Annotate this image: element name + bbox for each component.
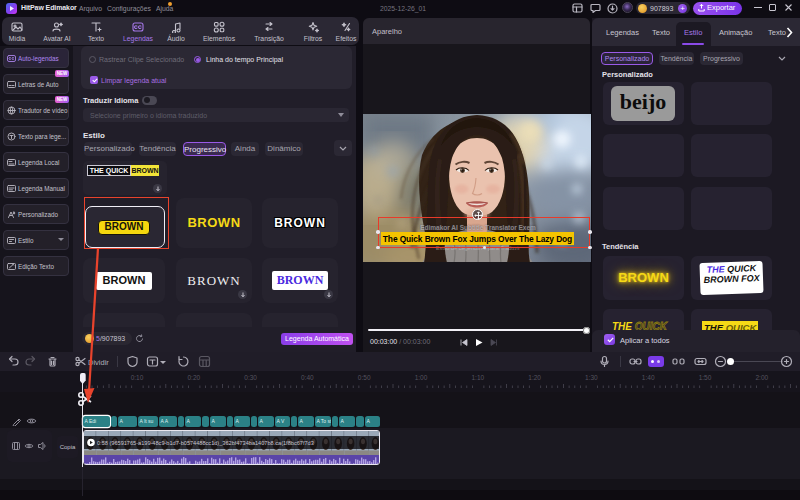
- svg-text:0:58 (96591765-a199-48c9-b1d7-: 0:58 (96591765-a199-48c9-b1d7-b0574488cc…: [97, 440, 314, 446]
